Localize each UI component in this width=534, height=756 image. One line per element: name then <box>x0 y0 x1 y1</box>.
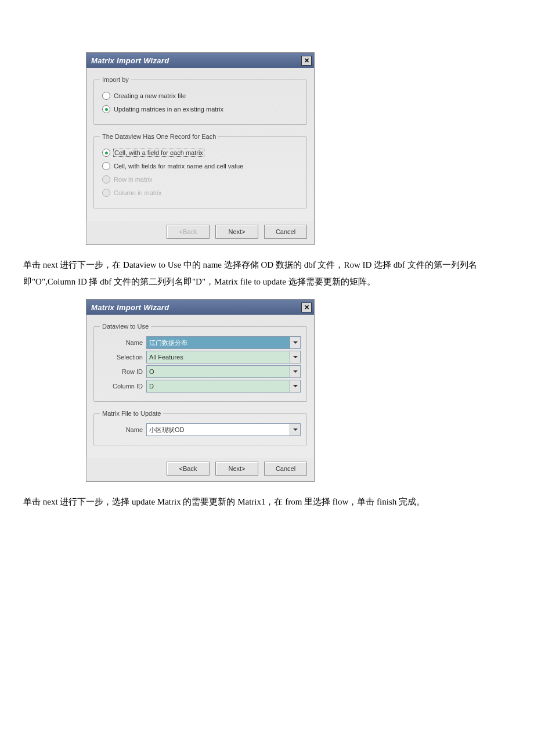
group-import-by-legend: Import by <box>100 76 131 83</box>
close-icon[interactable]: ✕ <box>301 303 312 312</box>
dialog-body: Dataview to Use Name 江门数据分布 Selection Al… <box>86 315 314 458</box>
wizard-step1-dialog: Matrix Import Wizard ✕ Import by Creatin… <box>86 52 315 245</box>
row-matrix-name: Name 小区现状OD <box>100 423 301 436</box>
label-matrix-name: Name <box>100 426 143 433</box>
row-selection: Selection All Features <box>100 351 301 363</box>
next-button[interactable]: Next> <box>215 225 258 239</box>
titlebar: Matrix Import Wizard ✕ <box>86 53 314 68</box>
label-name: Name <box>100 339 143 346</box>
radio-icon <box>102 189 110 197</box>
combo-name-value: 江门数据分布 <box>147 337 290 348</box>
chevron-down-icon[interactable] <box>290 424 300 435</box>
row-columnid: Column ID D <box>100 380 301 393</box>
combo-rowid[interactable]: O <box>146 365 301 378</box>
row-name: Name 江门数据分布 <box>100 336 301 349</box>
radio-row-matrix: Row in matrix <box>102 174 301 185</box>
row-rowid: Row ID O <box>100 365 301 378</box>
combo-matrix-name[interactable]: 小区现状OD <box>146 423 301 436</box>
group-matrix-file: Matrix File to Update Name 小区现状OD <box>93 410 307 445</box>
radio-cell-named[interactable]: Cell, with fields for matrix name and ce… <box>102 161 301 171</box>
radio-update-existing[interactable]: Updating matrices in an existing matrix <box>102 104 301 114</box>
radio-cell-named-label: Cell, with fields for matrix name and ce… <box>114 163 243 170</box>
radio-column-matrix: Column in matrix <box>102 188 301 198</box>
cancel-button[interactable]: Cancel <box>264 462 307 476</box>
group-dataview-legend: The Dataview Has One Record for Each <box>100 133 218 140</box>
dialog-body: Import by Creating a new matrix file Upd… <box>86 68 314 221</box>
back-button[interactable]: <Back <box>167 462 210 476</box>
combo-name[interactable]: 江门数据分布 <box>146 336 301 349</box>
label-rowid: Row ID <box>100 368 143 375</box>
radio-cell-field-each[interactable]: Cell, with a field for each matrix <box>102 147 301 158</box>
combo-rowid-value: O <box>147 366 290 377</box>
radio-icon <box>102 175 110 183</box>
label-selection: Selection <box>100 354 143 361</box>
radio-create-new[interactable]: Creating a new matrix file <box>102 91 301 101</box>
group-dataview-to-use: Dataview to Use Name 江门数据分布 Selection Al… <box>93 323 307 402</box>
button-row: <Back Next> Cancel <box>86 458 314 481</box>
group-dataview-record: The Dataview Has One Record for Each Cel… <box>93 133 307 208</box>
instruction-para-2: 单击 next 进行下一步，选择 update Matrix 的需要更新的 Ma… <box>23 494 511 510</box>
radio-create-new-label: Creating a new matrix file <box>114 92 186 99</box>
chevron-down-icon[interactable] <box>290 351 300 363</box>
radio-icon <box>102 162 110 170</box>
radio-icon <box>102 149 110 157</box>
radio-icon <box>102 92 110 100</box>
chevron-down-icon[interactable] <box>290 337 300 348</box>
chevron-down-icon[interactable] <box>290 366 300 377</box>
combo-selection[interactable]: All Features <box>146 351 301 363</box>
radio-icon <box>102 105 110 113</box>
close-icon[interactable]: ✕ <box>301 56 312 66</box>
back-button: <Back <box>167 225 210 239</box>
radio-row-matrix-label: Row in matrix <box>114 176 153 183</box>
group-dataview-to-use-legend: Dataview to Use <box>100 323 151 330</box>
chevron-down-icon[interactable] <box>290 380 300 392</box>
instruction-para-1: 单击 next 进行下一步，在 Dataview to Use 中的 name … <box>23 257 511 290</box>
window-title: Matrix Import Wizard <box>91 303 169 312</box>
combo-columnid-value: D <box>147 380 290 392</box>
radio-update-existing-label: Updating matrices in an existing matrix <box>114 106 223 113</box>
label-columnid: Column ID <box>100 383 143 390</box>
radio-cell-field-each-label: Cell, with a field for each matrix <box>114 149 204 156</box>
combo-matrix-name-value: 小区现状OD <box>147 424 290 435</box>
radio-column-matrix-label: Column in matrix <box>114 189 162 196</box>
wizard-step2-dialog: Matrix Import Wizard ✕ Dataview to Use N… <box>86 299 315 482</box>
group-import-by: Import by Creating a new matrix file Upd… <box>93 76 307 125</box>
combo-columnid[interactable]: D <box>146 380 301 393</box>
titlebar: Matrix Import Wizard ✕ <box>86 300 314 315</box>
window-title: Matrix Import Wizard <box>91 56 169 65</box>
combo-selection-value: All Features <box>147 351 290 363</box>
button-row: <Back Next> Cancel <box>86 221 314 244</box>
group-matrix-file-legend: Matrix File to Update <box>100 410 163 417</box>
next-button[interactable]: Next> <box>215 462 258 476</box>
cancel-button[interactable]: Cancel <box>264 225 307 239</box>
